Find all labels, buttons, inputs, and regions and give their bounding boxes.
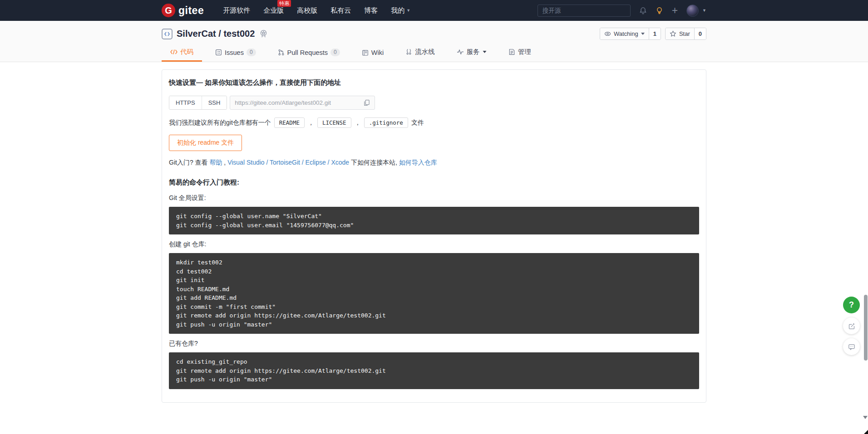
tab-pipeline-label: 流水线	[415, 48, 435, 56]
scrollbar-thumb[interactable]	[864, 295, 868, 361]
tab-pull-requests-label: Pull Requests	[287, 49, 328, 56]
star-icon	[670, 30, 676, 37]
git-intro-question: Git入门?	[169, 159, 193, 166]
git-intro-connect: 下如何连接本站,	[351, 159, 397, 166]
comma: ，	[308, 119, 314, 127]
copy-icon[interactable]	[363, 99, 370, 106]
code-block-global-config[interactable]: git config --global user.name "SilverCat…	[169, 207, 699, 234]
star-label: Star	[679, 30, 690, 37]
services-pulse-icon	[457, 49, 464, 55]
tab-manage-label: 管理	[518, 48, 531, 56]
recommend-files-line: 我们强烈建议所有的git仓库都有一个 README ， LICENSE ， .g…	[169, 117, 699, 128]
nav-item-education[interactable]: 高校版	[297, 6, 317, 15]
git-intro-check: 查看	[195, 159, 208, 166]
edit-icon	[848, 322, 855, 330]
user-menu[interactable]: ▼	[686, 5, 706, 17]
chevron-down-icon	[641, 33, 645, 35]
tab-services-label: 服务	[467, 48, 480, 56]
main-content: 快速设置— 如果你知道该怎么操作，直接使用下面的地址 HTTPS SSH	[0, 62, 868, 403]
notifications-bell-icon[interactable]	[639, 7, 647, 15]
feedback-edit-button[interactable]	[843, 317, 860, 334]
tab-wiki[interactable]: Wiki	[353, 47, 392, 62]
nav-item-mine[interactable]: 我的▼	[391, 6, 410, 15]
comment-button[interactable]	[843, 338, 860, 355]
eye-icon	[604, 30, 611, 37]
manage-icon	[508, 49, 515, 55]
tutorial-heading: 简易的命令行入门教程:	[169, 178, 699, 187]
init-readme-button[interactable]: 初始化 readme 文件	[169, 135, 242, 151]
create-repo-label: 创建 git 仓库:	[169, 240, 699, 249]
watch-label: Watching	[614, 30, 638, 37]
scrollbar-down-arrow[interactable]	[863, 416, 868, 419]
star-button[interactable]: Star 0	[665, 28, 706, 40]
tab-issues-label: Issues	[225, 49, 244, 56]
protocol-toggle: HTTPS SSH	[169, 96, 227, 110]
help-button[interactable]: ?	[843, 297, 860, 313]
import-repo-link[interactable]: 如何导入仓库	[399, 159, 437, 166]
recommend-suffix: 文件	[411, 119, 424, 127]
star-count[interactable]: 0	[695, 28, 706, 39]
user-avatar	[686, 5, 699, 17]
comment-bubble-icon	[848, 343, 855, 351]
readme-pill-button[interactable]: README	[274, 117, 305, 128]
resize-corner	[864, 430, 868, 434]
clone-url-field	[230, 96, 375, 110]
lightbulb-icon[interactable]	[656, 7, 663, 15]
tab-manage[interactable]: 管理	[500, 46, 540, 62]
pull-request-icon	[278, 49, 285, 56]
watch-count[interactable]: 1	[649, 28, 661, 39]
gitee-logo[interactable]: G gitee	[162, 4, 204, 17]
repo-code-icon	[162, 29, 173, 39]
create-new-plus-icon[interactable]: +	[672, 5, 678, 16]
repo-header: SilverCat / test002 Watching	[0, 21, 868, 62]
chevron-down-icon: ▼	[702, 8, 706, 13]
nav-item-private-cloud[interactable]: 私有云	[330, 6, 351, 15]
gitee-logo-text: gitee	[178, 5, 204, 17]
clone-url-row: HTTPS SSH	[169, 96, 699, 110]
repo-tabs: 代码 Issues 0 Pull Requests 0	[162, 46, 706, 62]
tab-issues[interactable]: Issues 0	[207, 47, 265, 62]
pipeline-icon	[405, 49, 412, 55]
ssh-toggle-button[interactable]: SSH	[202, 96, 227, 109]
tab-wiki-label: Wiki	[371, 49, 384, 56]
nav-item-enterprise[interactable]: 企业版 特惠	[263, 6, 284, 15]
nav-item-blog[interactable]: 博客	[364, 6, 378, 15]
ide-connect-link[interactable]: Visual Studio / TortoiseGit / Eclipse / …	[227, 159, 349, 166]
medal-badge-icon[interactable]	[259, 29, 268, 38]
watch-button-main[interactable]: Watching	[600, 28, 649, 39]
quick-setup-heading: 快速设置— 如果你知道该怎么操作，直接使用下面的地址	[169, 78, 699, 87]
star-button-main[interactable]: Star	[666, 28, 695, 39]
floating-toolbar: ?	[843, 297, 860, 355]
main-menu: 开源软件 企业版 特惠 高校版 私有云 博客 我的▼	[223, 6, 410, 15]
gitignore-pill-button[interactable]: .gitignore	[364, 117, 408, 128]
code-block-existing-repo[interactable]: cd existing_git_repo git remote add orig…	[169, 352, 699, 389]
chevron-down-icon	[483, 51, 487, 54]
license-pill-button[interactable]: LICENSE	[317, 117, 351, 128]
nav-item-mine-label: 我的	[391, 6, 404, 14]
issues-count-badge: 0	[247, 49, 256, 56]
promo-badge: 特惠	[277, 0, 291, 7]
issues-icon	[215, 49, 222, 56]
wiki-book-icon	[362, 49, 369, 56]
tab-pull-requests[interactable]: Pull Requests 0	[269, 47, 349, 62]
nav-item-enterprise-label: 企业版	[263, 6, 284, 14]
gitee-logo-icon: G	[162, 4, 175, 17]
code-icon	[170, 49, 178, 55]
existing-repo-label: 已有仓库?	[169, 340, 699, 348]
search-input[interactable]	[538, 5, 631, 17]
help-link[interactable]: 帮助	[209, 159, 222, 166]
comma: ,	[224, 159, 226, 166]
clone-url-input[interactable]	[235, 99, 363, 106]
top-navbar: G gitee 开源软件 企业版 特惠 高校版 私有云 博客 我的▼	[0, 0, 868, 21]
tab-pipeline[interactable]: 流水线	[397, 46, 444, 62]
page-title: SilverCat / test002	[177, 29, 255, 39]
code-block-create-repo[interactable]: mkdir test002 cd test002 git init touch …	[169, 253, 699, 334]
tab-code[interactable]: 代码	[162, 46, 202, 62]
watch-button[interactable]: Watching 1	[600, 28, 661, 40]
nav-item-opensource[interactable]: 开源软件	[223, 6, 250, 15]
recommend-prefix: 我们强烈建议所有的git仓库都有一个	[169, 119, 271, 127]
https-toggle-button[interactable]: HTTPS	[169, 96, 202, 109]
tab-code-label: 代码	[180, 48, 193, 56]
global-setup-label: Git 全局设置:	[169, 194, 699, 202]
tab-services[interactable]: 服务	[448, 46, 495, 62]
